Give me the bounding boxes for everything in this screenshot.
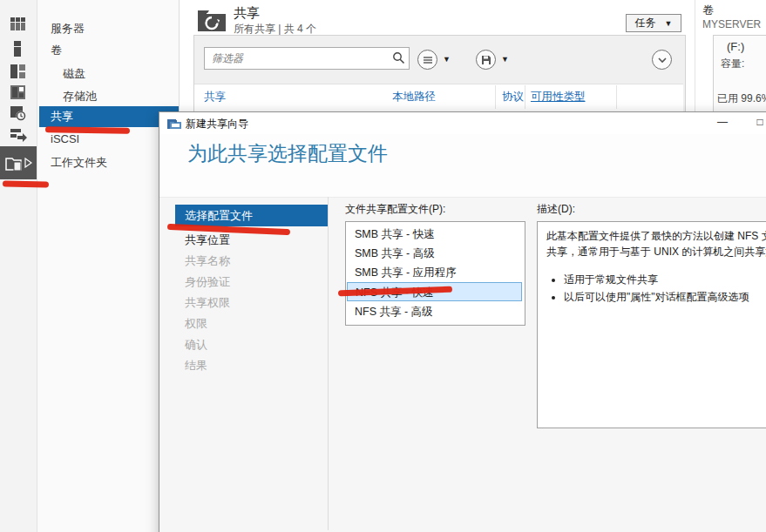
filter-box (204, 47, 410, 70)
column-separator (616, 85, 617, 109)
wizard-step-results: 结果 (175, 354, 328, 376)
nav-item-disks[interactable]: 磁盘 (63, 65, 185, 83)
shares-tile-icon (197, 7, 227, 33)
profile-smb-applications[interactable]: SMB 共享 - 应用程序 (347, 263, 522, 282)
app-icon-rail (0, 0, 37, 532)
profile-nfs-advanced[interactable]: NFS 共享 - 高级 (347, 302, 522, 321)
page-title: 共享 (234, 5, 260, 22)
column-header-local-path[interactable]: 本地路径 (392, 90, 436, 104)
description-label: 描述(D): (537, 202, 575, 217)
local-server-icon[interactable] (10, 40, 27, 57)
volume-used-label: 已用 99.6% (717, 91, 766, 106)
new-share-wizard-dialog: 新建共享向导 — □ 为此共享选择配置文件 选择配置文件 共享位置 共享名称 身… (159, 111, 766, 532)
save-filter-button[interactable] (476, 50, 496, 70)
tasks-button[interactable]: 任务 ▼ (626, 14, 681, 32)
volume-panel-title: 卷 (702, 3, 714, 18)
nav-item-volumes[interactable]: 卷 (51, 42, 173, 59)
wizard-step-permissions: 权限 (175, 313, 328, 334)
wizard-page-title: 为此共享选择配置文件 (187, 140, 388, 167)
dashboard-icon[interactable] (10, 16, 27, 33)
volume-capacity-label: 容量: (721, 57, 744, 71)
volume-server-name: MYSERVER (702, 18, 761, 30)
description-text: 此基本配置文件提供了最快的方法以创建 NFS 文件共享，通常用于与基于 UNIX… (546, 228, 766, 259)
view-options-caret-icon[interactable]: ▼ (443, 55, 451, 64)
tasks-caret-icon: ▼ (665, 19, 673, 28)
panel-divider (695, 0, 695, 111)
wizard-step-authentication: 身份验证 (175, 271, 328, 293)
profile-smb-quick[interactable]: SMB 共享 - 快速 (347, 225, 522, 244)
nav-item-servers[interactable]: 服务器 (51, 20, 173, 37)
wizard-step-select-profile[interactable]: 选择配置文件 (175, 205, 328, 226)
file-storage-services-icon[interactable] (10, 84, 27, 101)
column-separator (495, 85, 496, 109)
shares-rail-item[interactable] (0, 146, 37, 179)
wizard-step-share-permissions: 共享权限 (175, 292, 328, 313)
minimize-button[interactable]: — (711, 116, 734, 131)
chevron-down-icon (657, 55, 668, 65)
save-filter-caret-icon[interactable]: ▼ (501, 55, 509, 64)
filter-input[interactable] (210, 50, 388, 67)
column-header-share[interactable]: 共享 (204, 90, 226, 104)
wizard-app-icon (167, 117, 181, 130)
column-header-protocol[interactable]: 协议 (502, 90, 524, 104)
nav-item-shares[interactable]: 共享 (39, 106, 179, 127)
shares-folder-icon (5, 155, 23, 171)
description-box: 此基本配置文件提供了最快的方法以创建 NFS 文件共享，通常用于与基于 UNIX… (537, 221, 766, 428)
profiles-list-label: 文件共享配置文件(P): (345, 202, 445, 217)
nav-item-work-folders[interactable]: 工作文件夹 (51, 154, 173, 172)
flyout-arrow-icon[interactable] (24, 158, 32, 168)
search-icon[interactable] (392, 51, 406, 65)
floppy-icon (481, 55, 491, 65)
wizard-step-divider (328, 197, 329, 530)
maximize-button[interactable]: □ (749, 116, 766, 131)
column-separator (525, 85, 525, 109)
table-header-row (194, 84, 683, 111)
iscsi-export-icon[interactable] (10, 127, 27, 145)
collapse-tile-button[interactable] (652, 50, 672, 70)
storage-history-icon[interactable] (10, 104, 27, 122)
nav-item-storage-pools[interactable]: 存储池 (63, 88, 185, 105)
list-icon (423, 55, 433, 65)
profiles-listbox[interactable]: SMB 共享 - 快速 SMB 共享 - 高级 SMB 共享 - 应用程序 NF… (345, 221, 525, 326)
wizard-titlebar[interactable]: 新建共享向导 — □ (159, 112, 766, 134)
column-header-availability-type[interactable]: 可用性类型 (531, 90, 586, 104)
volume-drive-letter: (F:) (727, 40, 744, 53)
description-bullets: 适用于常规文件共享 以后可以使用"属性"对话框配置高级选项 (538, 272, 766, 305)
description-bullet: 适用于常规文件共享 (564, 272, 766, 287)
profile-smb-advanced[interactable]: SMB 共享 - 高级 (347, 244, 522, 263)
wizard-step-share-name: 共享名称 (175, 250, 328, 272)
annotation-underline-rail-icon (3, 181, 49, 188)
view-options-button[interactable] (417, 50, 437, 70)
description-bullet: 以后可以使用"属性"对话框配置高级选项 (564, 289, 766, 305)
wizard-window-title: 新建共享向导 (186, 117, 248, 131)
all-servers-icon[interactable] (10, 63, 27, 80)
wizard-step-confirmation: 确认 (175, 333, 328, 355)
